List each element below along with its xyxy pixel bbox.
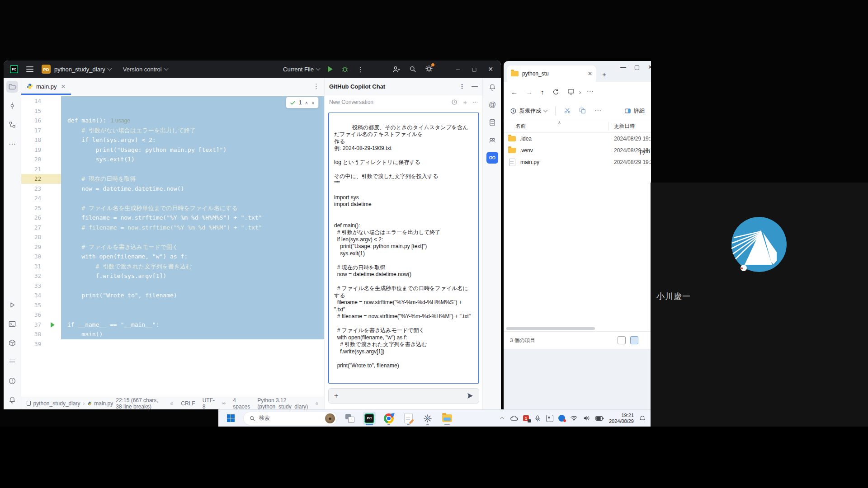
line-separator[interactable]: CRLF — [181, 400, 195, 407]
editor-line[interactable]: 27 # filename = now.strftime("%Y-%m-%d-%… — [21, 223, 324, 233]
editor-line[interactable]: 39 — [21, 339, 324, 349]
chat-input-bar[interactable]: + — [328, 388, 479, 404]
tab-main-py[interactable]: main.py ✕ — [21, 78, 71, 95]
copilot-chat-tool-icon-active[interactable] — [486, 152, 498, 164]
problems-tool-icon[interactable] — [6, 375, 18, 387]
more-tool-windows-icon[interactable]: ⋯ — [6, 138, 18, 150]
run-tool-icon[interactable] — [6, 299, 18, 311]
taskbar-settings[interactable] — [421, 412, 434, 425]
editor-line[interactable]: 29 # ファイルを書き込みモードで開く — [21, 242, 324, 252]
editor-line[interactable]: 18 if len(sys.argv) < 2: — [21, 135, 324, 145]
editor-line[interactable]: 14 — [21, 96, 324, 106]
editor-line[interactable]: 23 now = datetime.datetime.now() — [21, 184, 324, 194]
copy-icon[interactable] — [579, 107, 586, 114]
editor-line[interactable]: 31 # 引数で渡された文字列を書き込む — [21, 262, 324, 272]
taskbar-notepad[interactable] — [401, 412, 415, 425]
taskbar-explorer[interactable] — [440, 412, 454, 425]
taskbar-pycharm[interactable]: PC — [363, 412, 376, 425]
details-toggle-button[interactable]: 詳細 — [624, 107, 645, 115]
editor-line[interactable]: 20 sys.exit(1) — [21, 155, 324, 164]
history-clock-icon[interactable] — [451, 99, 458, 105]
task-view-button[interactable] — [343, 412, 357, 425]
editor-line[interactable]: 15 — [21, 106, 324, 116]
column-modified[interactable]: 更新日時 — [614, 123, 635, 130]
editor-line[interactable]: 34 print("Wrote to", filename) — [21, 291, 324, 300]
ime-indicator-icon[interactable] — [546, 415, 553, 422]
file-row[interactable]: .idea2024/08/29 19:11 — [504, 133, 651, 145]
editor-line[interactable]: 30 with open(filename, "w") as f: — [21, 252, 324, 262]
editor-line[interactable]: 33 — [21, 281, 324, 291]
taskbar-search[interactable]: 検索 — [243, 412, 337, 425]
editor-line[interactable]: 28 — [21, 232, 324, 242]
explorer-tab[interactable]: python_stu ✕ — [507, 66, 596, 82]
usage-inlay-hint[interactable]: 1 usage — [111, 117, 130, 124]
new-item-button[interactable]: 新規作成 — [510, 107, 547, 115]
breadcrumb-file[interactable]: main.py — [94, 400, 113, 407]
command-more-icon[interactable]: ⋯ — [594, 107, 601, 115]
project-selector[interactable]: python_study_diary — [54, 66, 111, 73]
python-packages-tool-icon[interactable] — [6, 337, 18, 349]
version-control-menu[interactable]: Version control — [123, 66, 168, 73]
lock-open-icon[interactable] — [315, 400, 319, 406]
main-menu-icon[interactable] — [26, 66, 33, 72]
python-console-tool-icon[interactable] — [6, 356, 18, 368]
taskbar-chrome[interactable] — [382, 412, 396, 425]
editor-line[interactable]: 24 — [21, 193, 324, 203]
close-button[interactable]: ✕ — [486, 66, 495, 73]
tab-options-icon[interactable]: ⋮ — [313, 82, 320, 90]
new-chat-icon[interactable]: + — [463, 99, 467, 106]
editor-line[interactable]: 36 — [21, 310, 324, 320]
maximize-button[interactable]: ▢ — [470, 66, 478, 72]
breadcrumb-project[interactable]: python_study_diary — [33, 400, 80, 407]
minimize-button[interactable]: – — [454, 66, 462, 73]
details-view-toggle-icon[interactable] — [630, 336, 638, 344]
notification-badge-icon[interactable]: 1 — [523, 415, 529, 421]
python-interpreter[interactable]: Python 3.12 (python_study_diary) — [257, 397, 308, 410]
file-row[interactable]: main.py2024/08/29 19:20 — [504, 156, 651, 168]
more-actions-icon[interactable]: ⋮ — [357, 66, 364, 73]
up-icon[interactable]: ↑ — [541, 88, 544, 96]
tool-window-icon[interactable] — [27, 401, 31, 406]
add-user-icon[interactable] — [392, 65, 401, 74]
copilot-status-icon[interactable] — [222, 400, 226, 407]
settings-gear-icon[interactable] — [425, 65, 433, 74]
ai-mentions-icon[interactable]: @ — [486, 99, 498, 111]
send-icon[interactable] — [467, 393, 473, 399]
editor-line[interactable]: 26 filename = now.strftime("%Y-%m-%d-%H%… — [21, 213, 324, 223]
file-row[interactable]: .venv2024/08/29 19:11 — [504, 145, 651, 156]
tray-clock[interactable]: 19:21 2024/08/29 — [609, 413, 634, 424]
database-tool-icon[interactable] — [486, 117, 498, 128]
editor-line[interactable]: 19 print("Usage: python main.py [text]") — [21, 145, 324, 155]
maximize-button[interactable]: ▢ — [634, 64, 640, 70]
forward-icon[interactable]: → — [526, 88, 533, 96]
notification-bell-icon[interactable] — [639, 415, 646, 422]
commit-tool-icon[interactable] — [6, 100, 18, 112]
chat-message-box[interactable]: 投稿の都度、そのときのタイムスタンプを含んだファイル名のテキストファイルを 作る… — [328, 113, 479, 384]
editor-line[interactable]: 21 — [21, 164, 324, 174]
indent-style[interactable]: 4 spaces — [233, 397, 250, 410]
chat-minimize-icon[interactable]: — — [472, 83, 478, 90]
editor-line[interactable]: 32 f.write(sys.argv[1]) — [21, 271, 324, 281]
run-config-selector[interactable]: Current File — [283, 66, 320, 73]
highlighting-level-icon[interactable] — [170, 400, 174, 407]
speaker-icon[interactable] — [583, 414, 590, 422]
terminal-tool-icon[interactable] — [6, 318, 18, 330]
chat-more-icon[interactable]: ⋯ — [472, 99, 478, 105]
notifications-bell-icon[interactable] — [486, 81, 498, 93]
caret-position[interactable]: 22:15 (667 chars, 38 line breaks) — [116, 397, 163, 410]
next-arrow-icon[interactable]: ∨ — [311, 100, 315, 105]
breadcrumb-ellipsis[interactable]: ⋯ — [587, 88, 594, 96]
editor-line[interactable]: 37if __name__ == "__main__": — [21, 320, 324, 330]
refresh-icon[interactable] — [552, 89, 559, 95]
editor-line[interactable]: 38 main() — [21, 329, 324, 339]
file-list-empty-area[interactable] — [504, 168, 651, 326]
close-button[interactable]: ✕ — [648, 64, 651, 70]
onedrive-cloud-icon[interactable] — [510, 414, 518, 422]
chat-options-icon[interactable]: ⋮ — [459, 83, 465, 90]
attach-plus-icon[interactable]: + — [334, 392, 338, 400]
microphone-icon[interactable] — [534, 415, 541, 422]
project-tool-icon[interactable] — [6, 81, 18, 93]
column-name[interactable]: 名前 — [504, 123, 526, 130]
editor-line[interactable]: 22 # 現在の日時を取得 — [21, 174, 324, 184]
prev-arrow-icon[interactable]: ∧ — [305, 100, 308, 105]
